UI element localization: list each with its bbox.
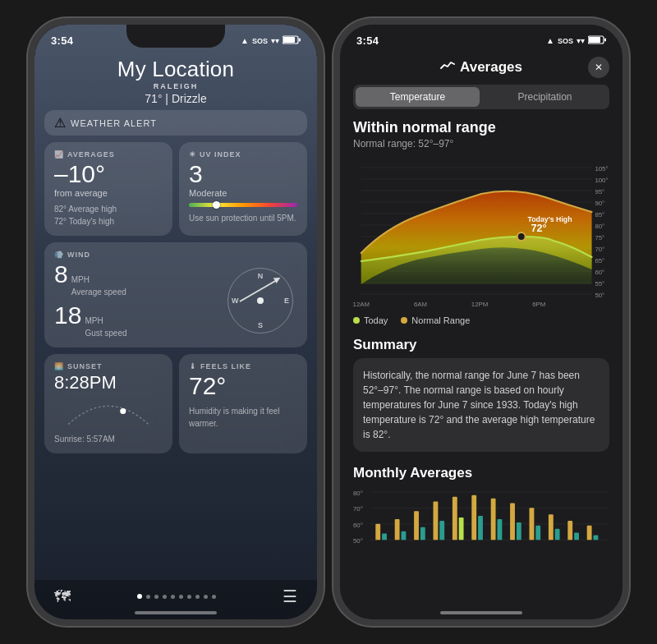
sunset-title: 🌅 SUNSET — [54, 362, 163, 370]
svg-rect-5 — [589, 37, 600, 43]
uv-advice: Use sun protection until 5PM. — [189, 212, 297, 224]
sos-1: SOS — [252, 37, 268, 45]
dot-2 — [146, 595, 150, 599]
monthly-chart: 80° 70° 60° 50° — [353, 486, 609, 552]
dot-5 — [171, 595, 175, 599]
weather-alert[interactable]: ⚠ WEATHER ALERT — [44, 110, 307, 136]
averages-widget[interactable]: 📈 AVERAGES –10° from average 82° Average… — [44, 142, 172, 236]
svg-text:50°: 50° — [353, 537, 363, 545]
svg-point-3 — [120, 408, 126, 414]
feels-like-value: 72° — [189, 374, 297, 398]
temperature-chart: 105° 100° 95° 90° 85° 80° 75° 70° 65° 60… — [353, 163, 609, 310]
svg-rect-62 — [530, 508, 535, 540]
summary-text: Historically, the normal range for June … — [363, 368, 600, 442]
compass-east: E — [284, 297, 289, 305]
legend-normal-label: Normal Range — [411, 315, 470, 325]
svg-text:85°: 85° — [595, 211, 604, 218]
sunset-time: 8:28PM — [54, 374, 163, 392]
svg-text:6AM: 6AM — [414, 301, 427, 308]
feels-like-title: 🌡 FEELS LIKE — [189, 362, 297, 370]
summary-box: Historically, the normal range for June … — [353, 358, 609, 452]
sunset-widget[interactable]: 🌅 SUNSET 8:28PM Sunrise: 5:57AM — [44, 354, 172, 453]
uv-value: 3 — [189, 162, 297, 186]
tab-temperature[interactable]: Temperature — [356, 87, 480, 107]
status-time-1: 3:54 — [51, 34, 73, 47]
svg-rect-57 — [478, 516, 483, 540]
widgets-grid: 📈 AVERAGES –10° from average 82° Average… — [44, 142, 307, 347]
phone-2: 3:54 ▲ SOS ▾▾ — [333, 18, 629, 626]
sunset-arc — [54, 395, 163, 428]
svg-rect-50 — [414, 511, 419, 540]
weather-content: My Location RALEIGH 71° | Drizzle ⚠ WEAT… — [34, 50, 317, 596]
compass-south: S — [258, 321, 263, 329]
svg-rect-64 — [549, 514, 554, 540]
compass-dot — [257, 297, 264, 304]
svg-rect-56 — [471, 495, 476, 540]
summary-section: Summary Historically, the normal range f… — [340, 330, 623, 458]
svg-text:12PM: 12PM — [471, 301, 488, 308]
svg-rect-60 — [510, 504, 515, 540]
svg-rect-52 — [434, 502, 439, 540]
svg-rect-68 — [587, 526, 592, 540]
uv-indicator — [213, 201, 220, 209]
home-indicator-1 — [135, 611, 217, 614]
dot-1 — [137, 594, 142, 599]
wifi-icon-1: ▾▾ — [271, 36, 279, 45]
averages-header: Averages ✕ — [340, 50, 623, 85]
avg-speed-label: MPHAverage speed — [71, 274, 126, 298]
sunset-icon: 🌅 — [54, 362, 64, 370]
battery-icon-2 — [588, 35, 606, 46]
chart-icon — [440, 59, 455, 76]
notch — [126, 25, 225, 48]
averages-sub: 82° Average high 72° Today's high — [54, 203, 163, 228]
compass-west: W — [232, 297, 239, 305]
notch-2 — [432, 25, 531, 48]
svg-rect-66 — [567, 521, 572, 540]
location-icon-1: ▲ — [241, 36, 249, 45]
tab-bar: Temperature Precipitation — [353, 85, 609, 109]
uv-widget[interactable]: ☀ UV INDEX 3 Moderate Use sun protection… — [179, 142, 307, 236]
averages-label: from average — [54, 188, 163, 198]
svg-rect-2 — [299, 39, 301, 42]
svg-rect-51 — [420, 527, 425, 540]
bottom-row: 🌅 SUNSET 8:28PM Sunrise: 5:57AM — [44, 354, 307, 453]
normal-range-section: Within normal range Normal range: 52°–97… — [340, 119, 623, 163]
legend-today-label: Today — [364, 315, 388, 325]
dot-7 — [187, 595, 191, 599]
averages-value: –10° — [54, 162, 163, 186]
sos-2: SOS — [558, 37, 573, 45]
home-indicator-2 — [440, 611, 522, 614]
normal-range-title: Within normal range — [353, 119, 609, 136]
svg-rect-46 — [375, 524, 380, 540]
svg-text:80°: 80° — [595, 223, 604, 230]
dot-8 — [195, 595, 200, 599]
status-icons-2: ▲ SOS ▾▾ — [546, 35, 606, 46]
close-button[interactable]: ✕ — [588, 57, 609, 78]
avg-speed: 8 — [54, 262, 68, 287]
page-dots — [137, 594, 216, 599]
normal-range-sub: Normal range: 52°–97° — [353, 138, 609, 150]
svg-rect-53 — [439, 521, 444, 540]
location-icon-2: ▲ — [546, 36, 554, 45]
svg-text:100°: 100° — [595, 177, 608, 184]
svg-point-31 — [517, 232, 526, 241]
svg-rect-6 — [604, 39, 606, 42]
feels-like-widget[interactable]: 🌡 FEELS LIKE 72° Humidity is making it f… — [179, 354, 307, 453]
uv-bar — [189, 203, 297, 207]
compass-dial: N S E W — [227, 268, 293, 334]
svg-text:70°: 70° — [595, 246, 604, 253]
svg-rect-69 — [594, 536, 599, 540]
list-icon[interactable]: ☰ — [283, 586, 297, 606]
svg-rect-67 — [574, 533, 579, 540]
thermometer-icon: 🌡 — [189, 362, 197, 370]
averages-content: Averages ✕ Temperature Precipitation Wit… — [340, 50, 623, 619]
wind-widget[interactable]: 💨 WIND 8 MPHAverage speed 18 — [44, 242, 307, 347]
map-icon[interactable]: 🗺 — [54, 587, 71, 606]
wifi-icon-2: ▾▾ — [577, 36, 585, 45]
gust-speed: 18 — [54, 303, 81, 328]
tab-precipitation[interactable]: Precipitation — [483, 87, 607, 107]
svg-rect-48 — [395, 519, 400, 540]
compass-north: N — [258, 272, 264, 280]
sublocation: RALEIGH — [44, 82, 307, 90]
averages-title: 📈 AVERAGES — [54, 150, 163, 159]
